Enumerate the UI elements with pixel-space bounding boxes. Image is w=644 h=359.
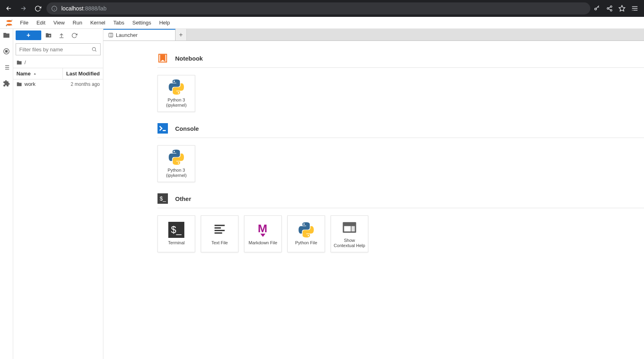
launcher-body: Notebook Python 3(ipykernel) xyxy=(103,41,644,359)
menu-kernel[interactable]: Kernel xyxy=(86,18,109,27)
card-label: Markdown File xyxy=(247,240,279,245)
file-row[interactable]: work 2 months ago xyxy=(13,79,103,89)
svg-rect-19 xyxy=(6,51,8,53)
menu-settings[interactable]: Settings xyxy=(128,18,155,27)
file-browser-panel: + / Name Last Modified xyxy=(13,29,103,359)
new-tab-button[interactable]: + xyxy=(176,29,187,41)
section-console: Console Python 3(ipykernel) xyxy=(157,123,644,182)
browser-toolbar: localhost:8888/lab xyxy=(0,0,644,17)
file-modified: 2 months ago xyxy=(71,81,100,87)
menu-edit[interactable]: Edit xyxy=(32,18,49,27)
svg-rect-42 xyxy=(214,233,222,234)
svg-point-6 xyxy=(610,10,612,11)
folder-icon xyxy=(16,81,22,87)
breadcrumb[interactable]: / xyxy=(13,57,103,68)
column-modified[interactable]: Last Modified xyxy=(63,68,103,79)
svg-rect-33 xyxy=(157,123,168,134)
section-title: Other xyxy=(175,195,191,202)
refresh-icon xyxy=(71,32,77,39)
activity-bar xyxy=(0,29,13,359)
card-python3-console[interactable]: Python 3(ipykernel) xyxy=(157,145,195,182)
upload-button[interactable] xyxy=(56,30,67,40)
svg-point-14 xyxy=(6,24,12,26)
arrow-left-icon xyxy=(5,5,12,12)
menu-help[interactable]: Help xyxy=(155,18,174,27)
extensions-tab-icon[interactable] xyxy=(2,79,10,87)
card-label: Terminal xyxy=(166,240,186,245)
svg-point-17 xyxy=(12,25,12,26)
reload-button[interactable] xyxy=(32,3,43,14)
work-area: Launcher + Notebook Pytho xyxy=(103,29,644,359)
card-python3-notebook[interactable]: Python 3(ipykernel) xyxy=(157,75,195,112)
forward-button[interactable] xyxy=(18,3,29,14)
card-markdown-file[interactable]: M Markdown File xyxy=(244,215,282,252)
svg-point-16 xyxy=(6,25,7,26)
reload-icon xyxy=(34,5,41,12)
svg-rect-41 xyxy=(214,230,224,231)
menu-tabs[interactable]: Tabs xyxy=(109,18,128,27)
file-toolbar: + xyxy=(13,29,103,42)
bookmark-star-icon[interactable] xyxy=(618,5,626,12)
browser-actions xyxy=(594,5,641,12)
running-sessions-tab-icon[interactable] xyxy=(2,47,10,55)
folder-icon xyxy=(16,60,22,65)
card-text-file[interactable]: Text File xyxy=(201,215,238,252)
python-icon xyxy=(168,79,184,95)
card-terminal[interactable]: $_ Terminal xyxy=(157,215,195,252)
new-launcher-button[interactable]: + xyxy=(16,30,41,40)
python-icon xyxy=(298,222,314,238)
column-name[interactable]: Name xyxy=(13,68,63,79)
file-browser-tab-icon[interactable] xyxy=(2,31,10,39)
new-folder-icon xyxy=(45,32,52,39)
toc-tab-icon[interactable] xyxy=(2,63,10,71)
refresh-button[interactable] xyxy=(69,30,80,40)
svg-line-7 xyxy=(609,7,611,8)
notebook-section-icon xyxy=(157,53,168,63)
file-name: work xyxy=(24,81,35,87)
menu-view[interactable]: View xyxy=(49,18,69,27)
svg-point-29 xyxy=(92,47,95,51)
section-notebook: Notebook Python 3(ipykernel) xyxy=(157,53,644,112)
upload-icon xyxy=(59,32,65,39)
card-label: Text File xyxy=(210,240,230,245)
site-info-icon[interactable] xyxy=(51,6,57,12)
tab-launcher[interactable]: Launcher xyxy=(103,29,176,41)
card-python-file[interactable]: Python File xyxy=(287,215,325,252)
search-icon xyxy=(91,47,97,52)
menu-run[interactable]: Run xyxy=(69,18,86,27)
address-bar[interactable]: localhost:8888/lab xyxy=(46,2,590,14)
tab-label: Launcher xyxy=(116,32,137,38)
card-contextual-help[interactable]: ShowContextual Help xyxy=(331,215,368,252)
new-folder-button[interactable] xyxy=(43,30,54,40)
customize-icon[interactable] xyxy=(631,5,638,12)
filter-input[interactable] xyxy=(19,47,89,53)
jupyter-menubar: File Edit View Run Kernel Tabs Settings … xyxy=(0,17,644,29)
other-section-icon: $_ xyxy=(157,193,168,204)
arrow-right-icon xyxy=(20,5,27,12)
svg-line-8 xyxy=(609,9,611,10)
svg-rect-40 xyxy=(214,227,221,229)
key-icon[interactable] xyxy=(594,5,601,12)
section-other: $_ Other $_ Terminal Te xyxy=(157,193,644,252)
python-icon xyxy=(168,149,184,165)
jupyter-logo-icon[interactable] xyxy=(5,18,14,27)
file-list-header: Name Last Modified xyxy=(13,68,103,79)
svg-point-13 xyxy=(6,20,12,22)
svg-rect-27 xyxy=(49,36,50,36)
svg-rect-45 xyxy=(344,226,351,231)
svg-text:M: M xyxy=(258,222,267,235)
svg-text:$_: $_ xyxy=(159,195,166,202)
svg-marker-9 xyxy=(619,6,625,11)
filter-input-wrapper[interactable] xyxy=(16,43,101,55)
text-file-icon xyxy=(212,222,228,238)
card-label: Python 3(ipykernel) xyxy=(164,97,188,108)
svg-point-5 xyxy=(607,8,609,9)
svg-rect-46 xyxy=(351,226,355,231)
back-button[interactable] xyxy=(3,3,14,14)
svg-rect-39 xyxy=(214,225,224,226)
svg-point-3 xyxy=(595,8,597,10)
tab-bar: Launcher + xyxy=(103,29,644,41)
svg-point-4 xyxy=(610,6,612,7)
menu-file[interactable]: File xyxy=(16,18,32,27)
share-icon[interactable] xyxy=(606,5,613,12)
